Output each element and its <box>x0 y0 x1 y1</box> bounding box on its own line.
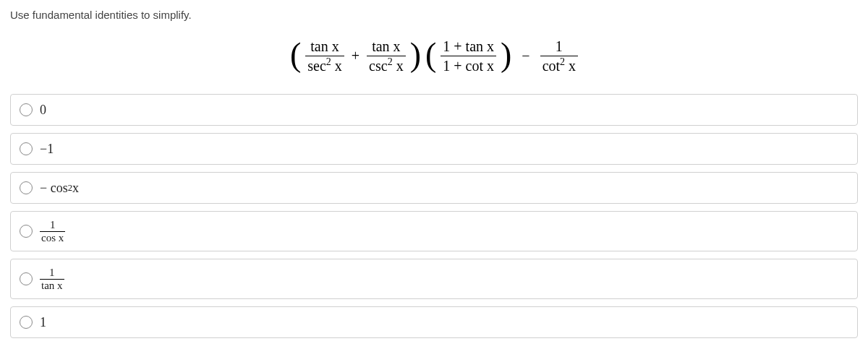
option-b-label: −1 <box>40 142 54 157</box>
radio-icon <box>20 181 33 194</box>
eq-term4-num: 1 <box>553 38 565 56</box>
option-c[interactable]: − cos2 x <box>10 172 858 204</box>
equation-display: ( tan x sec2 x + tan x csc2 x ) ( 1 + ta… <box>10 38 858 74</box>
option-e[interactable]: 1 tan x <box>10 259 858 299</box>
eq-term1-num: tan x <box>308 38 341 56</box>
option-a[interactable]: 0 <box>10 94 858 126</box>
option-f[interactable]: 1 <box>10 306 858 338</box>
plus-icon: + <box>349 48 362 64</box>
eq-term4-den: cot2 x <box>540 56 578 74</box>
option-f-label: 1 <box>40 315 46 330</box>
question-prompt: Use fundamental identities to simplify. <box>10 9 858 21</box>
eq-term1-den: sec2 x <box>305 56 344 74</box>
radio-icon <box>20 272 33 285</box>
radio-icon <box>20 142 33 155</box>
eq-term2-num: tan x <box>370 38 402 56</box>
option-e-label: 1 tan x <box>40 267 64 291</box>
minus-icon: − <box>516 48 535 64</box>
radio-icon <box>20 316 33 329</box>
option-a-label: 0 <box>40 103 46 118</box>
radio-icon <box>20 103 33 116</box>
eq-term2-den: csc2 x <box>367 56 406 74</box>
option-d-label: 1 cos x <box>40 219 65 244</box>
eq-term3-den: 1 + cot x <box>441 56 496 74</box>
options-list: 0 −1 − cos2 x 1 cos x 1 tan x 1 <box>10 94 858 338</box>
option-b[interactable]: −1 <box>10 133 858 165</box>
radio-icon <box>20 225 33 238</box>
option-d[interactable]: 1 cos x <box>10 211 858 251</box>
eq-term3-num: 1 + tan x <box>441 38 496 56</box>
option-c-label: − cos2 x <box>40 181 79 196</box>
